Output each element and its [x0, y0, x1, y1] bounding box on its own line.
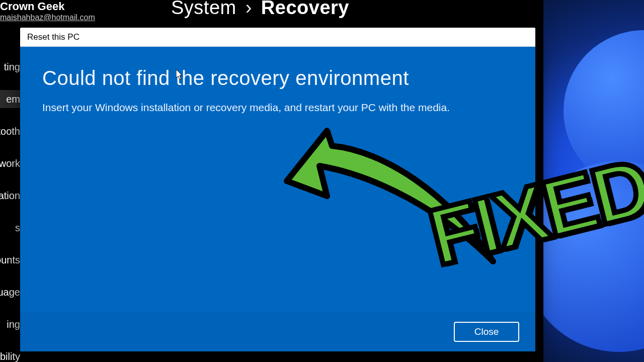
dialog-heading: Could not find the recovery environment — [42, 67, 513, 89]
dialog-titlebar: Reset this PC — [20, 28, 535, 47]
sidebar-item[interactable]: s — [0, 219, 21, 237]
sidebar-item[interactable]: ing — [0, 315, 21, 333]
close-button[interactable]: Close — [454, 322, 519, 342]
dialog-title: Reset this PC — [27, 32, 79, 42]
sidebar-item-system[interactable]: em — [0, 90, 21, 108]
breadcrumb-current: Recovery — [261, 0, 349, 19]
account-email: maishahbaz@hotmail.com — [0, 13, 95, 22]
sidebar-item[interactable]: e & language — [0, 283, 21, 301]
breadcrumb-parent[interactable]: System — [171, 0, 236, 19]
sidebar-item[interactable]: ting — [0, 58, 21, 76]
sidebar-item[interactable]: onalization — [0, 187, 21, 205]
dialog-body: Insert your Windows installation or reco… — [42, 102, 513, 114]
sidebar-item[interactable]: ounts — [0, 251, 21, 269]
account-block[interactable]: Crown Geek maishahbaz@hotmail.com — [0, 0, 95, 22]
sidebar-item[interactable]: work — [0, 154, 21, 172]
chevron-right-icon: › — [246, 0, 252, 19]
account-name: Crown Geek — [0, 0, 95, 13]
breadcrumb: System › Recovery — [171, 0, 349, 19]
reset-pc-dialog: Reset this PC Could not find the recover… — [20, 28, 535, 351]
dialog-footer: Close — [20, 312, 535, 351]
sidebar-item[interactable]: essibility — [0, 347, 21, 362]
sidebar-item[interactable]: etooth — [0, 122, 21, 140]
dialog-content: Could not find the recovery environment … — [20, 47, 535, 312]
settings-sidebar: ting em etooth work onalization s ounts … — [0, 58, 21, 362]
